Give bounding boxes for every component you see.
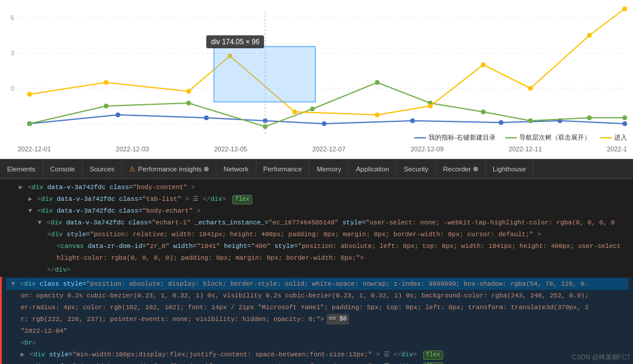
svg-point-20 xyxy=(310,107,315,111)
expand-arrow[interactable]: ▼ xyxy=(38,219,42,226)
legend-label: 我的指标-右键新建目录 xyxy=(428,133,496,142)
selected-code-block: ▼ <div class style="position: absolute; … xyxy=(0,277,633,364)
expand-arrow[interactable]: ▶ xyxy=(19,184,23,191)
tab-label: Memory xyxy=(316,166,341,173)
tab-label: Network xyxy=(223,166,248,173)
svg-point-31 xyxy=(292,110,297,114)
tab-label: Application xyxy=(356,166,389,173)
x-label: 2022-12-05 xyxy=(214,145,247,153)
code-line: ▼ <div data-v-3a742fdc class="body-echar… xyxy=(0,205,633,217)
expand-arrow[interactable]: ▼ xyxy=(11,280,15,287)
code-line: ▶ <div data-v-3a742fdc class="tab-list" … xyxy=(0,193,633,205)
svg-point-23 xyxy=(481,110,486,114)
legend-item: 我的指标-右键新建目录 xyxy=(414,133,496,142)
code-line: ▼ <div data-v-3a742fdc class="echart-1" … xyxy=(0,217,633,229)
code-line: er-radius: 4px; color: rgb(102, 102, 102… xyxy=(6,302,628,313)
svg-point-15 xyxy=(622,121,627,126)
svg-point-29 xyxy=(186,89,191,94)
tab-memory[interactable]: Memory xyxy=(309,159,349,178)
svg-text:3: 3 xyxy=(11,49,14,57)
tab-label: Recorder xyxy=(443,166,471,173)
code-line: </div> xyxy=(0,264,633,276)
tab-label: Console xyxy=(50,166,75,173)
tab-label: Lighthouse xyxy=(493,166,526,173)
legend-item: 导航层次树（双击展开） xyxy=(505,133,591,142)
svg-point-34 xyxy=(481,62,486,67)
code-content[interactable]: ▶ <div data-v-3a742fdc class="body-conte… xyxy=(0,179,633,364)
tab-label: Sources xyxy=(90,166,114,173)
legend-label: 导航层次树（双击展开） xyxy=(519,133,591,142)
tab-performance-insights[interactable]: ⚠ Performance insights xyxy=(122,159,216,178)
svg-point-11 xyxy=(322,121,327,126)
legend-line xyxy=(505,137,517,138)
code-line: on: opacity 0.2s cubic-bezier(0.23, 1, 0… xyxy=(6,290,628,302)
tooltip-text: div 174.05 × 96 xyxy=(211,38,259,46)
expand-arrow[interactable]: ▼ xyxy=(28,207,32,214)
tab-label: Elements xyxy=(7,166,35,173)
svg-point-33 xyxy=(428,104,433,108)
tab-application[interactable]: Application xyxy=(349,159,397,178)
x-label: 2022-12-11 xyxy=(509,145,542,153)
tabs-bar: Elements Console Sources ⚠ Performance i… xyxy=(0,159,633,179)
legend-label: 进入 xyxy=(614,133,627,142)
tab-network[interactable]: Network xyxy=(216,159,256,178)
record-icon xyxy=(473,167,478,171)
code-line: hlight-color: rgba(0, 0, 0, 0); padding:… xyxy=(0,252,633,264)
watermark: CSDN @蜂巢糖FCT xyxy=(572,353,631,362)
legend-line xyxy=(414,137,426,138)
code-line: <br> xyxy=(6,337,628,349)
watermark-text: CSDN @蜂巢糖FCT xyxy=(572,353,631,360)
code-line: ▶ <div style="min-width:100px;display:fl… xyxy=(6,360,628,364)
svg-point-21 xyxy=(375,80,380,85)
tab-recorder[interactable]: Recorder xyxy=(436,159,486,178)
tab-sources[interactable]: Sources xyxy=(83,159,122,178)
tab-performance[interactable]: Performance xyxy=(256,159,310,178)
svg-point-25 xyxy=(587,115,592,120)
warning-icon: ⚠ xyxy=(129,165,136,173)
x-label: 2022-12-09 xyxy=(410,145,443,153)
dollar-marker: == $0 xyxy=(327,314,349,325)
svg-point-17 xyxy=(104,104,108,108)
flex-badge: flex xyxy=(423,350,443,360)
code-line: <div style="position: relative; width: 1… xyxy=(0,229,633,240)
x-label: 2022-12-07 xyxy=(312,145,345,153)
tab-label: Security xyxy=(404,166,428,173)
code-line: "2022-12-04" xyxy=(6,325,628,337)
svg-point-12 xyxy=(410,118,415,123)
svg-text:0: 0 xyxy=(11,85,14,92)
devtools-panel: Elements Console Sources ⚠ Performance i… xyxy=(0,159,633,364)
svg-point-26 xyxy=(622,115,627,120)
record-icon xyxy=(204,167,209,171)
legend-item: 进入 xyxy=(600,133,627,142)
tab-elements[interactable]: Elements xyxy=(0,159,43,178)
svg-point-27 xyxy=(27,92,32,97)
svg-point-32 xyxy=(375,112,380,117)
x-label: 2022-12-03 xyxy=(116,145,149,153)
svg-point-36 xyxy=(587,33,592,38)
x-axis: 2022-12-01 2022-12-03 2022-12-05 2022-12… xyxy=(18,145,627,153)
chart-selection xyxy=(213,46,316,102)
svg-point-9 xyxy=(204,115,209,120)
svg-point-13 xyxy=(499,120,503,125)
svg-text:6: 6 xyxy=(11,14,14,21)
code-line-selected: ▼ <div class style="position: absolute; … xyxy=(6,278,628,290)
code-line: r: rgb(222, 226, 237); pointer-events: n… xyxy=(6,313,628,325)
expand-arrow[interactable]: ▶ xyxy=(28,196,32,203)
x-label: 2022-12-01 xyxy=(18,145,51,153)
svg-point-8 xyxy=(116,112,120,117)
tab-console[interactable]: Console xyxy=(43,159,83,178)
tab-lighthouse[interactable]: Lighthouse xyxy=(486,159,533,178)
chart-tooltip: div 174.05 × 96 xyxy=(206,35,264,48)
tab-label: Performance xyxy=(263,166,302,173)
x-label: 2022-1 xyxy=(607,145,627,153)
code-line: <canvas data-zr-dom-id="zr_0" width="184… xyxy=(0,240,633,252)
flex-badge: flex xyxy=(232,195,252,204)
expand-arrow[interactable]: ▶ xyxy=(21,351,25,358)
svg-point-24 xyxy=(528,118,533,123)
tab-security[interactable]: Security xyxy=(397,159,436,178)
code-line: ▶ <div data-v-3a742fdc class="body-conte… xyxy=(0,181,633,193)
legend-line xyxy=(600,137,612,138)
chart-area: 6 3 0 xyxy=(0,0,633,159)
chart-legend: 我的指标-右键新建目录 导航层次树（双击展开） 进入 xyxy=(414,133,627,142)
svg-point-28 xyxy=(104,80,108,85)
